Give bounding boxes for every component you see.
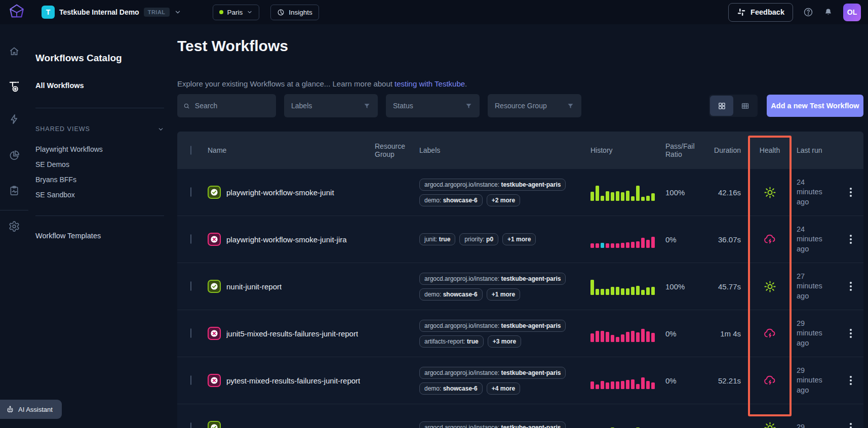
label-chip-row: argocd.argoproj.io/instance: testkube-ag…	[419, 273, 566, 285]
col-last-run[interactable]: Last run	[792, 146, 838, 154]
testkube-logo[interactable]	[7, 3, 26, 22]
row-checkbox[interactable]	[190, 328, 191, 338]
row-menu-button[interactable]	[838, 326, 863, 341]
workflow-name[interactable]: nunit-junit-report	[226, 282, 282, 291]
workflow-name[interactable]: playwright-workflow-smoke-junit	[226, 188, 334, 197]
environment-selector[interactable]: Paris	[213, 5, 260, 20]
row-checkbox[interactable]	[190, 234, 191, 244]
label-chip-row: junit: truepriority: p0+1 more	[419, 233, 536, 245]
table-row[interactable]: argocd.argoproj.io/instance: testkube-ag…	[177, 404, 863, 428]
row-checkbox[interactable]	[190, 281, 191, 291]
table-view-button[interactable]	[733, 96, 757, 116]
col-name[interactable]: Name	[208, 146, 375, 154]
filter-status[interactable]: Status	[386, 94, 480, 117]
col-duration[interactable]: Duration	[705, 146, 748, 154]
sidebar-item-all-workflows[interactable]: All Workflows	[35, 81, 84, 90]
col-ratio[interactable]: Pass/Fail Ratio	[656, 142, 705, 158]
shared-views-header[interactable]: SHARED VIEWS	[35, 125, 164, 133]
select-all-checkbox[interactable]	[190, 146, 191, 155]
row-menu-button[interactable]	[838, 232, 863, 247]
history-sparkline[interactable]	[580, 419, 656, 428]
history-sparkline[interactable]	[580, 231, 656, 248]
name-cell: junit5-mixed-results-failures-junit-repo…	[208, 327, 375, 340]
filter-label: Labels	[291, 102, 312, 110]
label-chip: argocd.argoproj.io/instance: testkube-ag…	[419, 367, 566, 379]
history-bar	[631, 242, 635, 248]
ai-assistant-button[interactable]: AI Assistant	[0, 400, 62, 419]
history-bar	[641, 377, 645, 389]
history-sparkline[interactable]	[580, 372, 656, 389]
history-sparkline[interactable]	[580, 184, 656, 201]
col-labels[interactable]: Labels	[419, 146, 580, 154]
grid-view-button[interactable]	[710, 96, 733, 116]
home-icon[interactable]	[9, 46, 20, 57]
workflows-icon[interactable]	[8, 80, 21, 93]
workflow-name[interactable]: playwright-workflow-smoke-junit-jira	[226, 235, 347, 244]
search-input[interactable]	[194, 101, 270, 110]
insights-button[interactable]: Insights	[270, 5, 319, 20]
last-run: 27 minutes ago	[792, 272, 829, 301]
history-bar	[636, 241, 640, 248]
table-row[interactable]: playwright-workflow-smoke-junit-jirajuni…	[177, 216, 863, 263]
history-bar	[641, 197, 645, 201]
history-bar	[626, 288, 629, 295]
history-bar	[621, 334, 624, 342]
status-passed-icon	[208, 421, 221, 428]
col-health[interactable]: Health	[748, 146, 792, 154]
health-cell	[748, 374, 792, 388]
org-avatar: T	[42, 6, 55, 19]
workflow-name[interactable]: junit5-mixed-results-failures-junit-repo…	[226, 329, 358, 338]
label-chip: artifacts-report: true	[419, 335, 484, 348]
table-row[interactable]: pytest-mixed-results-failures-junit-repo…	[177, 357, 863, 404]
rail-divider	[0, 210, 28, 210]
col-history[interactable]: History	[580, 146, 656, 154]
table-row[interactable]: nunit-junit-reportargocd.argoproj.io/ins…	[177, 263, 863, 310]
test-reports-icon[interactable]	[9, 185, 20, 197]
filter-bar: LabelsStatusResource Group Add a new Tes…	[177, 94, 863, 117]
health-cell	[748, 186, 792, 199]
help-button[interactable]	[803, 7, 813, 17]
row-checkbox[interactable]	[190, 187, 191, 197]
row-menu-button[interactable]	[838, 279, 863, 294]
add-workflow-button[interactable]: Add a new Test Workflow	[767, 95, 863, 117]
col-resource-group[interactable]: Resource Group	[375, 142, 419, 158]
table-row[interactable]: junit5-mixed-results-failures-junit-repo…	[177, 310, 863, 357]
history-bar	[596, 289, 599, 295]
view-toggle	[709, 95, 758, 117]
row-menu-button[interactable]	[838, 420, 863, 428]
history-sparkline[interactable]	[580, 278, 656, 295]
sidebar-item-shared-view-0[interactable]: Playwright Workflows	[35, 142, 164, 157]
history-sparkline[interactable]	[580, 325, 656, 342]
user-avatar[interactable]: OL	[843, 4, 861, 21]
label-chip-row: argocd.argoproj.io/instance: testkube-ag…	[419, 179, 566, 191]
filter-resource-group[interactable]: Resource Group	[488, 94, 581, 117]
org-selector[interactable]: T Testkube Internal Demo TRIAL	[42, 6, 181, 19]
sidebar-item-shared-view-3[interactable]: SE Sandbox	[35, 187, 164, 202]
checkbox-cell	[177, 235, 208, 244]
more-labels-chip: +1 more	[502, 233, 536, 245]
docs-link[interactable]: testing with Testkube	[394, 79, 465, 88]
actions-cell	[838, 185, 863, 200]
row-menu-button[interactable]	[838, 185, 863, 200]
notifications-button[interactable]	[823, 8, 833, 17]
sidebar-item-workflow-templates[interactable]: Workflow Templates	[35, 232, 101, 240]
analytics-icon[interactable]	[9, 150, 20, 161]
sidebar-title: Workflows Catalog	[35, 53, 122, 64]
workflow-name[interactable]: pytest-mixed-results-failures-junit-repo…	[226, 376, 360, 385]
page-subtitle: Explore your existing Workflows at a gla…	[177, 79, 467, 88]
row-checkbox[interactable]	[190, 375, 191, 385]
duration: 1m 4s	[705, 329, 748, 338]
row-menu-button[interactable]	[838, 373, 863, 388]
settings-icon[interactable]	[9, 221, 20, 232]
filter-labels[interactable]: Labels	[284, 94, 378, 117]
table-row[interactable]: playwright-workflow-smoke-junitargocd.ar…	[177, 168, 863, 216]
history-bar	[606, 243, 609, 248]
sidebar-item-shared-view-1[interactable]: SE Demos	[35, 157, 164, 172]
feedback-button[interactable]: Feedback	[728, 3, 793, 22]
sidebar-item-shared-view-2[interactable]: Bryans BFFs	[35, 172, 164, 187]
last-run: 24 minutes ago	[792, 225, 829, 253]
search-box[interactable]	[177, 94, 276, 117]
triggers-icon[interactable]	[9, 113, 20, 125]
history-bar	[616, 243, 619, 248]
row-checkbox[interactable]	[190, 422, 191, 428]
